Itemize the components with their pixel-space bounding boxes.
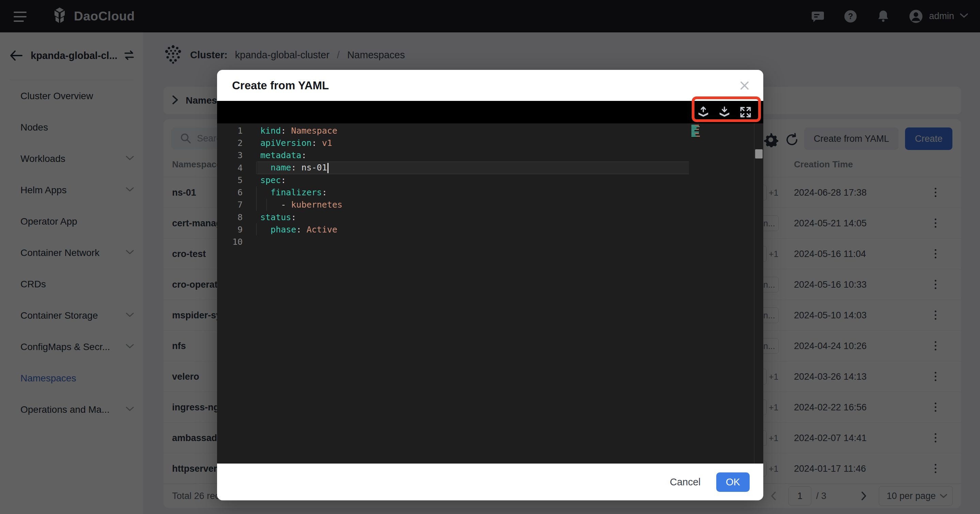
editor-scrollbar-track: [754, 123, 754, 463]
code-line[interactable]: 5spec:: [217, 174, 694, 186]
minimap-line: [691, 137, 703, 138]
minimap-line: [691, 133, 703, 134]
code-line[interactable]: 4 name: ns-01: [217, 162, 694, 174]
line-number: 4: [217, 163, 243, 173]
code-text: kind: Namespace: [260, 126, 337, 136]
minimap-line: [691, 134, 703, 135]
minimap-line: [691, 125, 703, 126]
code-text: - kubernetes: [260, 200, 342, 210]
code-text: phase: Active: [260, 224, 337, 234]
editor-minimap[interactable]: [691, 125, 703, 138]
code-text: finalizers:: [260, 188, 327, 197]
minimap-line: [691, 127, 703, 129]
line-number: 8: [217, 212, 243, 222]
minimap-line: [691, 130, 703, 131]
line-number: 6: [217, 188, 243, 197]
minimap-line: [691, 126, 703, 127]
code-text: name: ns-01: [260, 162, 328, 173]
minimap-line: [691, 129, 703, 130]
code-line[interactable]: 1kind: Namespace: [217, 124, 694, 137]
line-number: 2: [217, 138, 243, 148]
app-root: DaoCloud ? admin: [0, 0, 980, 514]
code-text: status:: [260, 212, 296, 222]
line-number: 1: [217, 126, 243, 136]
code-line[interactable]: 8status:: [217, 211, 694, 223]
modal-header: Create from YAML: [217, 70, 763, 101]
cancel-button[interactable]: Cancel: [670, 476, 701, 488]
line-number: 9: [217, 224, 243, 234]
code-lines: 1kind: Namespace2apiVersion: v13metadata…: [217, 124, 694, 248]
code-line[interactable]: 10: [217, 236, 694, 248]
line-number: 5: [217, 175, 243, 185]
line-number: 3: [217, 150, 243, 160]
line-number: 10: [217, 237, 243, 247]
ok-button[interactable]: OK: [716, 473, 750, 492]
code-text: spec:: [260, 175, 286, 185]
code-line[interactable]: 6 finalizers:: [217, 186, 694, 198]
close-icon[interactable]: [739, 80, 750, 91]
editor-toolbar: [217, 101, 763, 123]
yaml-code-editor[interactable]: 1kind: Namespace2apiVersion: v13metadata…: [217, 123, 763, 463]
create-from-yaml-modal: Create from YAML 1kind: Namespace2apiVer…: [217, 70, 763, 500]
code-text: apiVersion: v1: [260, 138, 332, 148]
code-line[interactable]: 2apiVersion: v1: [217, 137, 694, 149]
code-text: metadata:: [260, 150, 306, 160]
code-line[interactable]: 3metadata:: [217, 149, 694, 162]
minimap-line: [691, 132, 703, 133]
annotation-highlight-box: [692, 97, 761, 122]
line-number: 7: [217, 200, 243, 210]
editor-scrollbar-thumb[interactable]: [755, 149, 763, 159]
minimap-line: [691, 136, 703, 137]
code-line[interactable]: 9 phase: Active: [217, 223, 694, 236]
text-cursor: [328, 163, 328, 173]
code-line[interactable]: 7 - kubernetes: [217, 199, 694, 211]
modal-footer: Cancel OK: [217, 463, 763, 500]
modal-title: Create from YAML: [232, 79, 329, 92]
